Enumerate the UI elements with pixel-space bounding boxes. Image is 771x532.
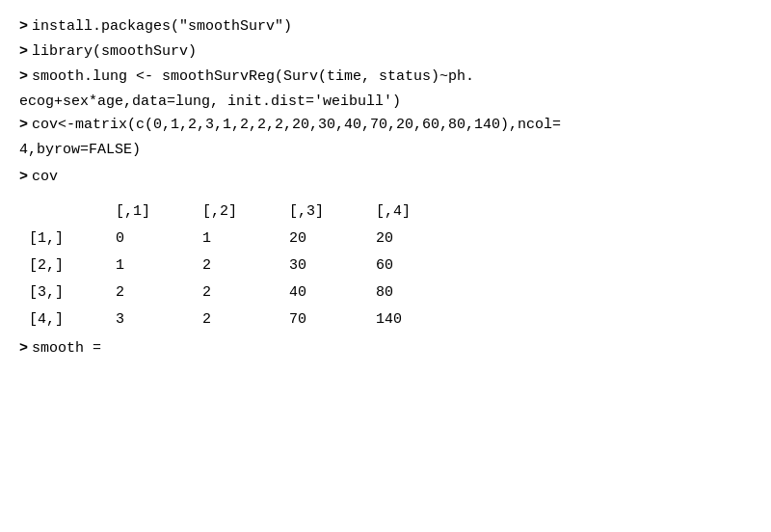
console-line-smooth: > smooth = [19,337,752,360]
code-2: library(smoothSurv) [32,40,197,64]
console-line-5: > cov [19,166,752,189]
col-header-4: [,4] [376,199,463,226]
matrix-row-4: [4,] 3 2 70 140 [29,306,463,333]
prompt-3: > [19,66,28,89]
cell-3-2: 2 [202,279,289,306]
cell-4-2: 2 [202,306,289,333]
cell-4-3: 70 [289,306,376,333]
cell-4-1: 3 [116,306,202,333]
cell-1-1: 0 [116,226,202,253]
console-line-4: > cov<-matrix(c(0,1,2,3,1,2,2,2,20,30,40… [19,114,752,137]
code-3: smooth.lung <- smoothSurvReg(Surv(time, … [32,66,474,89]
cell-3-3: 40 [289,279,376,306]
console-line-3: > smooth.lung <- smoothSurvReg(Surv(time… [19,66,752,89]
matrix-output: [,1] [,2] [,3] [,4] [1,] 0 1 20 20 [2,] … [19,199,752,333]
prompt-2: > [19,40,28,64]
code-4: cov<-matrix(c(0,1,2,3,1,2,2,2,20,30,40,7… [32,114,561,137]
row-label-1: [1,] [29,226,116,253]
cell-4-4: 140 [376,306,463,333]
console-line-2: > library(smoothSurv) [19,40,752,64]
cell-3-1: 2 [116,279,202,306]
matrix-row-2: [2,] 1 2 30 60 [29,253,463,279]
cell-2-2: 2 [202,253,289,279]
header-empty [29,199,116,226]
prompt-5: > [19,166,28,189]
cell-1-4: 20 [376,226,463,253]
cell-2-3: 30 [289,253,376,279]
matrix-header-row: [,1] [,2] [,3] [,4] [29,199,463,226]
console-line-1: > install.packages("smoothSurv") [19,15,752,39]
console-output: > install.packages("smoothSurv") > libra… [19,15,752,360]
row-label-3: [3,] [29,279,116,306]
prompt-4: > [19,114,28,137]
matrix-row-1: [1,] 0 1 20 20 [29,226,463,253]
code-smooth: smooth = [32,337,101,360]
continuation-4: 4,byrow=FALSE) [19,139,752,162]
row-label-4: [4,] [29,306,116,333]
cell-3-4: 80 [376,279,463,306]
matrix-table: [,1] [,2] [,3] [,4] [1,] 0 1 20 20 [2,] … [29,199,463,333]
matrix-row-3: [3,] 2 2 40 80 [29,279,463,306]
code-5: cov [32,166,58,189]
col-header-1: [,1] [116,199,202,226]
cell-2-1: 1 [116,253,202,279]
cell-1-3: 20 [289,226,376,253]
cell-2-4: 60 [376,253,463,279]
col-header-3: [,3] [289,199,376,226]
continuation-3: ecog+sex*age,data=lung, init.dist='weibu… [19,91,752,114]
row-label-2: [2,] [29,253,116,279]
code-1: install.packages("smoothSurv") [32,15,292,39]
cell-1-2: 1 [202,226,289,253]
col-header-2: [,2] [202,199,289,226]
prompt-1: > [19,15,28,39]
prompt-smooth: > [19,337,28,360]
